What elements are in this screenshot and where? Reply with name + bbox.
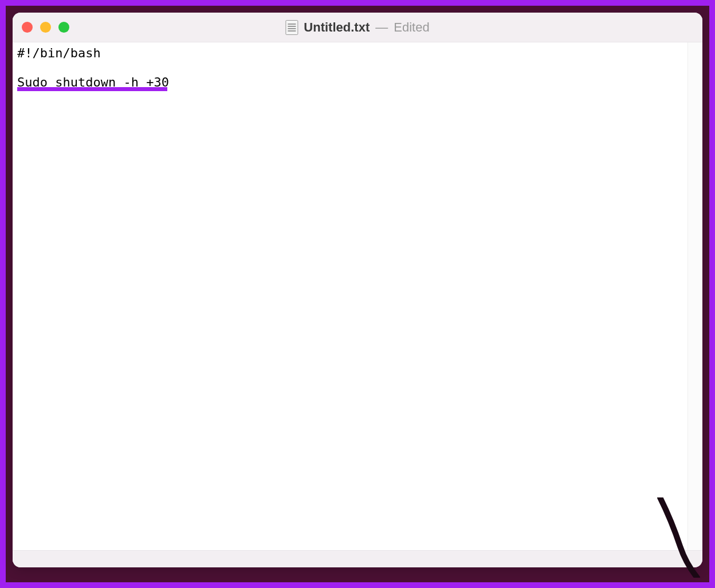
window-title: Untitled.txt — Edited — [285, 20, 429, 35]
minimize-button[interactable] — [40, 22, 51, 33]
text-editor-window: Untitled.txt — Edited #!/bin/bash Sudo s… — [13, 13, 702, 567]
title-filename: Untitled.txt — [304, 20, 370, 35]
close-button[interactable] — [22, 22, 33, 33]
vertical-scrollbar[interactable] — [688, 42, 702, 550]
title-status: Edited — [394, 20, 429, 35]
traffic-lights — [22, 22, 69, 33]
editor-content[interactable]: #!/bin/bash Sudo shutdown -h +30 — [17, 46, 169, 89]
title-separator: — — [375, 20, 388, 35]
app-frame: Untitled.txt — Edited #!/bin/bash Sudo s… — [6, 6, 709, 582]
window-titlebar[interactable]: Untitled.txt — Edited — [13, 13, 702, 42]
window-bottom-bar — [13, 550, 702, 567]
highlight-underline — [17, 87, 167, 91]
maximize-button[interactable] — [58, 22, 69, 33]
document-icon — [285, 20, 298, 35]
text-editor-body[interactable]: #!/bin/bash Sudo shutdown -h +30 — [13, 42, 702, 550]
